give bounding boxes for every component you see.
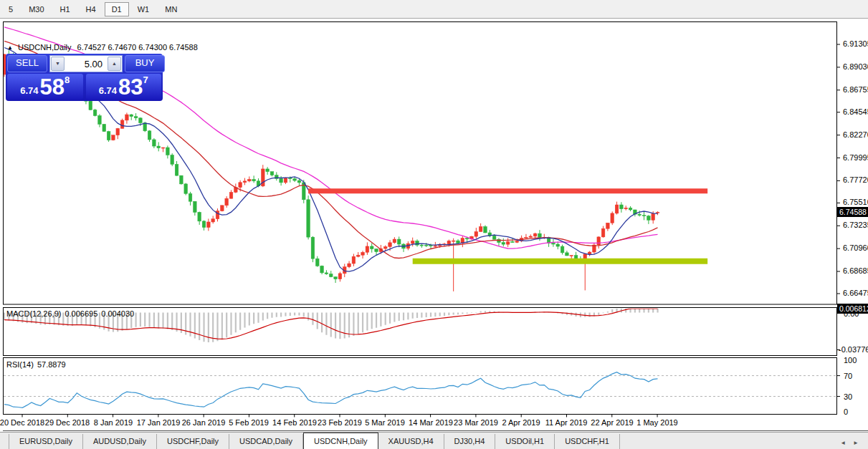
macd-signal-value: 0.004030: [101, 309, 134, 318]
rsi-axis-label: 100: [844, 356, 857, 365]
chart-title-row: ▲ USDCNH,Daily 6.74527 6.74670 6.74300 6…: [7, 43, 198, 52]
timeframe-button-h1[interactable]: H1: [53, 2, 77, 16]
current-price-marker: 6.74588: [837, 207, 868, 217]
trading-platform-window: 5M30H1H4D1W1MN ▲ USDCNH,Daily 6.74527 6.…: [0, 0, 868, 449]
volume-decrease-button[interactable]: ▼: [51, 57, 65, 71]
chart-tab-usdcnh-daily[interactable]: USDCNH,Daily: [303, 433, 378, 449]
rsi-axis-label: 30: [844, 392, 852, 402]
chart-tab-usdcad-daily[interactable]: USDCAD,Daily: [229, 434, 303, 449]
rsi-axis-label: 70: [844, 372, 852, 381]
tab-scroll-controls: ◄►: [836, 437, 868, 449]
buy-button[interactable]: BUY: [125, 55, 165, 72]
price-axis-label: 6.82270: [843, 130, 868, 140]
trade-controls-row: SELL ▼ ▲ BUY: [7, 55, 161, 72]
price-axis-label: 6.79995: [843, 153, 868, 163]
trade-price-row: 6.74588 6.74837: [7, 74, 161, 100]
sell-button[interactable]: SELL: [7, 55, 47, 72]
timeframe-button-h4[interactable]: H4: [79, 2, 103, 16]
tab-scroll-right-button[interactable]: ►: [849, 437, 862, 449]
chart-tab-eurusd-daily[interactable]: EURUSD,Daily: [9, 434, 83, 449]
date-axis-label: 1 May 2019: [625, 418, 690, 427]
volume-spinner: ▼ ▲: [49, 55, 123, 72]
price-axis-label: 6.91305: [843, 39, 868, 49]
chart-ohlc-values: 6.74527 6.74670 6.74300 6.74588: [77, 43, 198, 52]
timeframe-button-w1[interactable]: W1: [130, 2, 157, 16]
volume-increase-button[interactable]: ▲: [108, 57, 121, 71]
window-bottom-divider: [3, 430, 868, 431]
sell-price-big: 58: [40, 77, 65, 98]
tab-scroll-left-button[interactable]: ◄: [836, 437, 849, 449]
price-axis-label: 6.66475: [843, 289, 868, 298]
sell-price-pip: 8: [65, 74, 70, 85]
rsi-axis-label: 0: [844, 407, 848, 417]
timeframe-button-d1[interactable]: D1: [105, 2, 129, 16]
price-axis-label: 6.70960: [843, 243, 868, 253]
price-axis-label: 6.89030: [843, 62, 868, 72]
collapse-panel-icon[interactable]: ▲: [7, 44, 13, 51]
macd-main-value: 0.006695: [65, 309, 97, 318]
rsi-label-row: RSI(14)57.8879: [6, 360, 66, 369]
macd-current-marker: 0.006812: [837, 304, 868, 314]
chart-tab-usdchf-h1[interactable]: USDCHF,H1: [555, 434, 620, 449]
sell-price-prefix: 6.74: [20, 85, 38, 96]
chart-tab-dj30-h4[interactable]: DJ30,H4: [444, 434, 496, 449]
rsi-indicator-name: RSI(14): [6, 360, 34, 369]
price-axis-label: 6.77720: [843, 175, 868, 185]
buy-price-big: 83: [118, 77, 143, 98]
chart-tab-xauusd-h4[interactable]: XAUUSD,H4: [378, 434, 444, 449]
buy-price-pip: 7: [143, 74, 148, 85]
chart-tab-usdchf-daily[interactable]: USDCHF,Daily: [157, 434, 229, 449]
chart-tab-audusd-daily[interactable]: AUDUSD,Daily: [83, 434, 157, 449]
price-axis-label: 6.68685: [843, 266, 868, 276]
timeframe-button-mn[interactable]: MN: [158, 2, 184, 16]
timeframe-button-m30[interactable]: M30: [22, 2, 51, 16]
macd-label-row: MACD(12,26,9)0.0066950.004030: [6, 309, 134, 318]
chart-title: USDCNH,Daily: [18, 43, 72, 52]
chart-tab-usdoil-h1[interactable]: USDOil,H1: [495, 434, 555, 449]
macd-indicator-name: MACD(12,26,9): [6, 309, 61, 318]
price-axis-label: 6.75510: [843, 198, 868, 207]
one-click-trading-panel: SELL ▼ ▲ BUY 6.74588 6.74837: [6, 54, 163, 101]
timeframe-toolbar: 5M30H1H4D1W1MN: [0, 0, 868, 19]
rsi-value: 57.8879: [37, 360, 66, 369]
timeframe-button-5[interactable]: 5: [1, 2, 20, 16]
volume-input[interactable]: [65, 58, 107, 70]
chart-tab-bar: EURUSD,DailyAUDUSD,DailyUSDCHF,DailyUSDC…: [0, 432, 868, 449]
sell-price-button[interactable]: 6.74588: [7, 74, 83, 100]
buy-price-prefix: 6.74: [99, 85, 117, 96]
macd-axis-min-label: -0.037765: [839, 345, 868, 354]
price-axis-label: 6.73235: [843, 221, 868, 230]
price-axis-label: 6.86755: [843, 85, 868, 95]
price-axis-label: 6.84545: [843, 107, 868, 117]
buy-price-button[interactable]: 6.74837: [86, 74, 162, 100]
